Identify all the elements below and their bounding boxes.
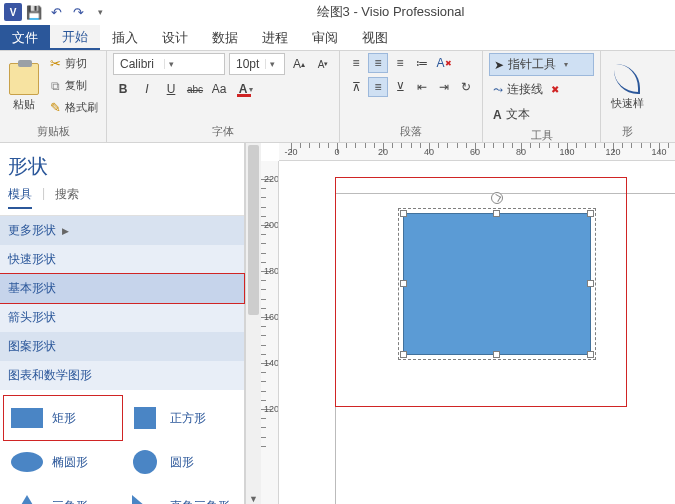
resize-handle-w[interactable] [400,280,407,287]
text-icon: A [493,108,502,122]
group-clipboard-label: 剪贴板 [6,122,100,142]
document-title: 绘图3 - Visio Professional [110,3,671,21]
title-bar: V 💾 ↶ ↷ ▾ 绘图3 - Visio Professional [0,0,675,25]
shape-circle[interactable]: 圆形 [122,440,240,484]
tab-stencils[interactable]: 模具 [8,186,32,209]
bullets-button[interactable]: ≔ [412,53,432,73]
shape-triangle[interactable]: 三角形 [4,484,122,504]
rotate-text-button[interactable]: ↻ [456,77,476,97]
font-size-combo[interactable]: 10pt▾ [229,53,285,75]
resize-handle-ne[interactable] [587,210,594,217]
align-middle-button[interactable]: ≡ [368,77,388,97]
clipboard-icon [9,63,39,95]
chevron-right-icon: ▶ [62,226,69,236]
group-font: Calibri▾ 10pt▾ A▴ A▾ B I U abc Aa A▾ 字体 [107,51,340,142]
align-top-button[interactable]: ⊼ [346,77,366,97]
tab-home[interactable]: 开始 [50,25,100,50]
shapes-panel-tabs: 模具 | 搜索 [0,186,244,216]
chevron-down-icon: ▾ [164,59,178,69]
tab-insert[interactable]: 插入 [100,25,150,50]
group-clipboard: 粘贴 ✂剪切 ⧉复制 ✎格式刷 剪贴板 [0,51,107,142]
rotate-handle[interactable] [491,192,503,204]
tab-search[interactable]: 搜索 [55,186,79,209]
text-tool-button[interactable]: A文本 [489,103,594,126]
rectangle-icon [11,408,43,428]
group-tools: ➤指针工具▾ ⤳连接线✖ A文本 工具 [483,51,601,142]
align-bottom-button[interactable]: ⊻ [390,77,410,97]
scroll-thumb[interactable] [248,145,259,315]
chevron-down-icon: ▾ [265,59,279,69]
underline-button[interactable]: U [161,79,181,99]
grow-font-button[interactable]: A▴ [289,54,309,74]
stencil-chart-shapes[interactable]: 图表和数学图形 [0,361,244,390]
shrink-font-button[interactable]: A▾ [313,54,333,74]
ribbon-tabs: 文件 开始 插入 设计 数据 进程 审阅 视图 [0,25,675,51]
shape-ellipse[interactable]: 椭圆形 [4,440,122,484]
shapes-panel-title: 形状 [0,143,244,186]
color-swatch [237,94,251,97]
font-name-combo[interactable]: Calibri▾ [113,53,225,75]
align-right-button[interactable]: ≡ [390,53,410,73]
resize-handle-e[interactable] [587,280,594,287]
align-center-button[interactable]: ≡ [368,53,388,73]
format-painter-button[interactable]: ✎格式刷 [46,97,100,118]
copy-button[interactable]: ⧉复制 [46,75,100,96]
indent-dec-button[interactable]: ⇤ [412,77,432,97]
cursor-icon: ➤ [494,58,504,72]
shape-right-triangle[interactable]: 直角三角形 [122,484,240,504]
canvas-area: -20020406080100120140 220200180160140120 [261,143,675,504]
right-triangle-icon [132,495,158,504]
font-color-button[interactable]: A▾ [233,79,259,99]
qat-customize[interactable]: ▾ [90,2,110,22]
shape-square[interactable]: 正方形 [122,396,240,440]
app-icon[interactable]: V [4,3,22,21]
group-font-label: 字体 [113,122,333,142]
resize-handle-nw[interactable] [400,210,407,217]
group-paragraph: ≡ ≡ ≡ ≔ A✖ ⊼ ≡ ⊻ ⇤ ⇥ ↻ 段落 [340,51,483,142]
tab-file[interactable]: 文件 [0,25,50,50]
stencil-arrow-shapes[interactable]: 箭头形状 [0,303,244,332]
align-left-button[interactable]: ≡ [346,53,366,73]
resize-handle-s[interactable] [493,351,500,358]
brush-icon: ✎ [48,101,62,115]
indent-inc-button[interactable]: ⇥ [434,77,454,97]
group-shape-styles: 快速样 形 [601,51,653,142]
bold-button[interactable]: B [113,79,133,99]
italic-button[interactable]: I [137,79,157,99]
paste-button[interactable]: 粘贴 [6,53,42,122]
selected-rectangle-shape[interactable] [403,213,591,355]
copy-icon: ⧉ [48,79,62,93]
quick-styles-icon [614,64,640,94]
cut-button[interactable]: ✂剪切 [46,53,100,74]
save-button[interactable]: 💾 [24,2,44,22]
vertical-ruler: 220200180160140120 [261,161,279,504]
drawing-canvas[interactable] [279,161,675,504]
quick-styles-button[interactable]: 快速样 [607,64,647,111]
strike-button[interactable]: abc [185,79,205,99]
stencil-list: 更多形状▶ 快速形状 基本形状 箭头形状 图案形状 图表和数学图形 [0,216,244,390]
ellipse-icon [11,452,43,472]
square-icon [134,407,156,429]
tab-data[interactable]: 数据 [200,25,250,50]
stencil-pattern-shapes[interactable]: 图案形状 [0,332,244,361]
quick-access-toolbar: V 💾 ↶ ↷ ▾ [4,2,110,22]
tab-design[interactable]: 设计 [150,25,200,50]
triangle-icon [14,495,40,504]
undo-button[interactable]: ↶ [46,2,66,22]
tab-view[interactable]: 视图 [350,25,400,50]
stencil-more-shapes[interactable]: 更多形状▶ [0,216,244,245]
stencil-basic-shapes[interactable]: 基本形状 [0,274,244,303]
tab-process[interactable]: 进程 [250,25,300,50]
resize-handle-se[interactable] [587,351,594,358]
clear-format-button[interactable]: A✖ [434,53,454,73]
redo-button[interactable]: ↷ [68,2,88,22]
connector-tool-button[interactable]: ⤳连接线✖ [489,78,594,101]
change-case-button[interactable]: Aa [209,79,229,99]
resize-handle-sw[interactable] [400,351,407,358]
stencil-quick-shapes[interactable]: 快速形状 [0,245,244,274]
pointer-tool-button[interactable]: ➤指针工具▾ [489,53,594,76]
resize-handle-n[interactable] [493,210,500,217]
shapes-scrollbar[interactable]: ▲ ▼ [245,143,261,504]
tab-review[interactable]: 审阅 [300,25,350,50]
shape-rectangle[interactable]: 矩形 [4,396,122,440]
